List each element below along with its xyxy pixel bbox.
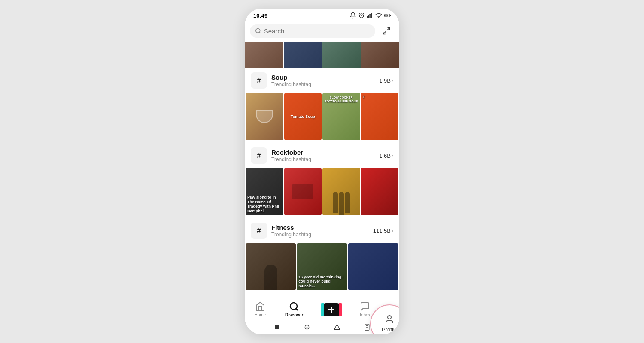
hashtag-header-soup[interactable]: # Soup Trending hashtag 1.9B ›: [245, 68, 399, 93]
hashtag-section-soup: # Soup Trending hashtag 1.9B › Tomato So…: [245, 68, 399, 141]
svg-rect-3: [367, 16, 368, 18]
notification-icon: [349, 12, 356, 19]
hashtag-info-fitness: Fitness Trending hashtag: [271, 224, 369, 238]
hashtag-count-soup: 1.9B ›: [379, 78, 393, 84]
android-back[interactable]: [273, 323, 281, 331]
scroll-area[interactable]: # Soup Trending hashtag 1.9B › Tomato So…: [245, 42, 399, 298]
svg-rect-5: [369, 14, 370, 18]
alarm-icon: [358, 12, 365, 19]
profile-label: Profile: [382, 326, 398, 333]
top-strip: [245, 42, 399, 68]
phone-frame: 10:49: [245, 9, 399, 334]
hashtag-info-rocktober: Rocktober Trending hashtag: [271, 149, 375, 162]
profile-icon: [384, 314, 395, 325]
search-input-wrap[interactable]: [250, 24, 375, 38]
nav-item-discover[interactable]: Discover: [281, 301, 307, 318]
svg-point-7: [378, 18, 379, 18]
video-thumb-fit-2[interactable]: 16 year old me thinking i could never bu…: [297, 243, 347, 290]
inbox-icon: [360, 301, 370, 312]
home-icon: [255, 301, 265, 312]
hashtag-section-fitness: # Fitness Trending hashtag 111.5B › 16 y…: [245, 218, 399, 291]
nav-item-home[interactable]: Home: [250, 301, 270, 318]
discover-label: Discover: [285, 313, 303, 317]
svg-point-12: [256, 28, 260, 33]
plus-icon: [326, 304, 337, 315]
expand-button[interactable]: [379, 23, 394, 39]
video-thumb-soup-1[interactable]: [246, 93, 283, 140]
chevron-icon-rocktober: ›: [392, 153, 393, 159]
hashtag-section-rocktober: # Rocktober Trending hashtag 1.6B › Play…: [245, 143, 399, 216]
svg-marker-24: [334, 324, 340, 329]
fit-label-2: 16 year old me thinking i could never bu…: [298, 275, 345, 289]
inbox-label: Inbox: [360, 313, 370, 317]
svg-point-23: [307, 327, 308, 328]
signal-icon: [367, 12, 374, 19]
top-strip-img-4: [361, 42, 400, 68]
rock-people: [333, 192, 350, 215]
soup-label-4: T: [363, 95, 365, 99]
android-recents[interactable]: [333, 323, 341, 331]
soup-label-tomato: Tomato Soup: [291, 114, 315, 119]
home-label: Home: [254, 313, 266, 317]
back-icon: [273, 324, 280, 331]
hashtag-name-rocktober: Rocktober: [271, 149, 375, 156]
search-icon: [255, 27, 261, 34]
hashtag-sub-rocktober: Trending hashtag: [271, 156, 375, 162]
hashtag-icon-fitness: #: [251, 223, 267, 239]
battery-icon: 59: [384, 12, 391, 19]
search-input[interactable]: [264, 27, 370, 35]
svg-rect-6: [371, 13, 372, 18]
svg-rect-4: [368, 15, 369, 18]
recents-icon: [334, 324, 340, 331]
nav-item-add[interactable]: [318, 302, 345, 317]
video-thumb-rock-2[interactable]: [284, 168, 322, 215]
bottom-nav: Home Discover Inbox: [245, 298, 399, 320]
top-strip-img-3: [322, 42, 361, 68]
svg-rect-21: [275, 325, 279, 329]
video-thumb-rock-1[interactable]: Play along to In The Name Of Tragedy wit…: [246, 168, 283, 215]
video-grid-soup: Tomato Soup SLOW COOKER POTATO & LEEK SO…: [245, 93, 399, 141]
hashtag-header-fitness[interactable]: # Fitness Trending hashtag 111.5B ›: [245, 218, 399, 243]
rock-drum-shape: [292, 184, 313, 199]
top-strip-img-2: [284, 42, 322, 68]
nav-item-profile[interactable]: Profile: [385, 309, 394, 310]
video-thumb-fit-1[interactable]: [246, 243, 296, 290]
top-strip-img-1: [245, 42, 283, 68]
hashtag-sub-soup: Trending hashtag: [271, 81, 375, 87]
rock-label-1: Play along to In The Name Of Tragedy wit…: [247, 195, 282, 214]
android-home[interactable]: [303, 323, 311, 331]
video-thumb-fit-3[interactable]: [348, 243, 398, 290]
hashtag-name-soup: Soup: [271, 74, 375, 81]
add-button[interactable]: [322, 303, 340, 316]
hashtag-header-rocktober[interactable]: # Rocktober Trending hashtag 1.6B ›: [245, 143, 399, 168]
video-thumb-rock-4[interactable]: [361, 168, 399, 215]
svg-line-15: [383, 32, 386, 34]
svg-line-14: [387, 28, 390, 30]
android-menu[interactable]: [363, 323, 371, 331]
android-home-icon: [304, 324, 310, 331]
video-thumb-soup-4[interactable]: T: [361, 93, 399, 140]
chevron-icon-fitness: ›: [392, 228, 393, 234]
soup-label-leek: SLOW COOKER POTATO & LEEK SOUP: [324, 96, 358, 103]
expand-icon: [382, 27, 391, 35]
status-icons: 59: [349, 12, 391, 19]
hashtag-info-soup: Soup Trending hashtag: [271, 74, 375, 87]
search-bar: [245, 21, 399, 42]
svg-line-17: [296, 309, 298, 310]
svg-line-13: [259, 32, 261, 33]
video-thumb-soup-3[interactable]: SLOW COOKER POTATO & LEEK SOUP: [322, 93, 360, 140]
video-thumb-rock-3[interactable]: [322, 168, 360, 215]
video-thumb-soup-2[interactable]: Tomato Soup: [284, 93, 322, 140]
status-bar: 10:49: [245, 9, 399, 21]
status-time: 10:49: [253, 12, 267, 19]
wifi-icon: [375, 12, 382, 19]
video-grid-fitness: 16 year old me thinking i could never bu…: [245, 243, 399, 291]
svg-rect-9: [390, 15, 391, 16]
profile-highlight-ring: Profile: [370, 304, 399, 335]
hashtag-count-fitness: 111.5B ›: [373, 228, 393, 234]
svg-point-16: [290, 303, 297, 310]
discover-icon: [289, 301, 299, 312]
chevron-icon-soup: ›: [392, 78, 393, 84]
hashtag-icon-rocktober: #: [251, 147, 267, 164]
hashtag-count-rocktober: 1.6B ›: [379, 153, 393, 159]
